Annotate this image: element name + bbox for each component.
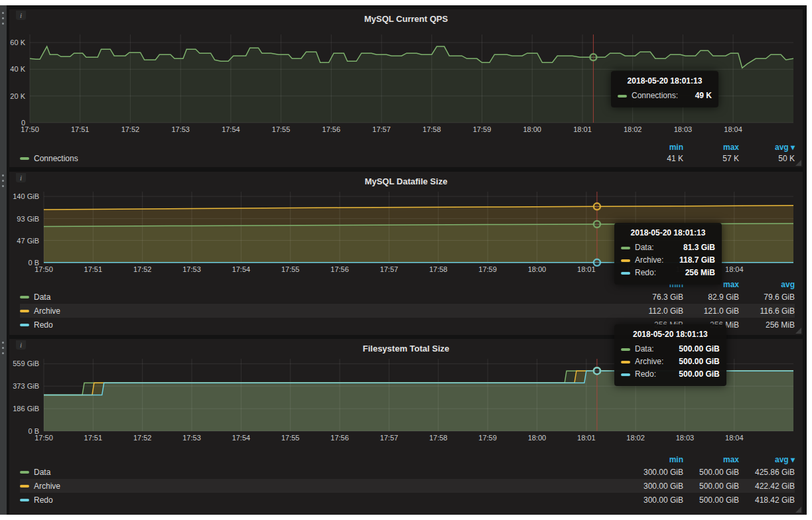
svg-text:18:01: 18:01 — [577, 434, 596, 442]
tooltip-series-name: Data: — [635, 241, 654, 254]
stat-min: 41 K — [628, 154, 683, 163]
legend-header-max[interactable]: max — [683, 455, 739, 464]
series-label: Archive — [34, 306, 60, 316]
svg-text:0 B: 0 B — [28, 427, 39, 435]
legend-header-max[interactable]: max — [683, 143, 739, 152]
page: i MySQL Current QPS 17:5017:5117:5217:53… — [0, 0, 812, 520]
legend-header-avg[interactable]: avg ▾ — [739, 143, 795, 152]
svg-text:17:56: 17:56 — [330, 434, 349, 442]
series-swatch-icon — [621, 348, 630, 351]
svg-text:18:02: 18:02 — [624, 125, 642, 133]
svg-text:17:54: 17:54 — [222, 125, 240, 133]
tooltip-series-name: Redo: — [635, 267, 656, 279]
svg-text:17:53: 17:53 — [182, 265, 201, 273]
svg-text:17:59: 17:59 — [478, 265, 497, 273]
tooltip-series-name: Archive: — [635, 254, 663, 267]
svg-text:17:52: 17:52 — [121, 125, 140, 133]
stat-max: 121.0 GiB — [683, 306, 739, 316]
tooltip-series-value: 49 K — [685, 90, 712, 102]
stat-max: 500.00 GiB — [683, 495, 739, 505]
series-swatch-icon — [20, 157, 29, 160]
legend-header-min[interactable]: min — [628, 143, 683, 152]
series-label: Data — [34, 292, 50, 302]
series-swatch-icon — [621, 361, 630, 363]
graph-tooltip: 2018-05-20 18:01:13 Data: 500.00 GiB Arc… — [614, 324, 726, 386]
legend-series-data[interactable]: Data — [20, 468, 50, 477]
legend-series-redo[interactable]: Redo — [20, 495, 53, 505]
legend-header-avg[interactable]: avg — [739, 280, 795, 289]
legend-series-redo[interactable]: Redo — [20, 320, 53, 330]
series-swatch-icon — [20, 324, 29, 326]
svg-text:17:59: 17:59 — [478, 434, 497, 442]
graph-legend: min max avg ▾ Connections 41 K 57 K 50 K — [20, 142, 795, 164]
series-label: Connections — [34, 154, 78, 163]
legend-series-data[interactable]: Data — [20, 292, 50, 302]
legend-row-archive: Archive 300.00 GiB 500.00 GiB 422.42 GiB — [20, 479, 795, 493]
legend-header-min[interactable]: min — [628, 455, 683, 464]
legend-row-data: Data 76.3 GiB 82.9 GiB 79.6 GiB — [20, 290, 795, 304]
series-swatch-icon — [20, 296, 29, 298]
tooltip-row: Archive: 118.7 GiB — [621, 254, 715, 267]
tooltip-row: Data: 500.00 GiB — [621, 343, 720, 356]
graph-tooltip: 2018-05-20 18:01:13 Data: 81.3 GiB Archi… — [614, 223, 722, 285]
graph-tooltip: 2018-05-20 18:01:13 Connections: 49 K — [611, 71, 718, 107]
svg-text:17:59: 17:59 — [473, 125, 492, 133]
legend-series-connections[interactable]: Connections — [20, 154, 78, 163]
svg-text:18:04: 18:04 — [724, 125, 742, 133]
svg-text:93 GiB: 93 GiB — [17, 215, 39, 223]
svg-text:0: 0 — [21, 119, 25, 127]
svg-text:17:52: 17:52 — [133, 434, 152, 442]
svg-text:17:51: 17:51 — [71, 125, 90, 133]
panel-resize-handle[interactable] — [795, 328, 801, 334]
svg-text:17:55: 17:55 — [272, 125, 291, 133]
stat-min: 112.0 GiB — [628, 306, 683, 316]
tooltip-series-value: 500.00 GiB — [668, 356, 719, 368]
tooltip-series-value: 500.00 GiB — [668, 368, 719, 381]
series-swatch-icon — [621, 272, 630, 275]
svg-text:17:55: 17:55 — [281, 265, 300, 273]
stat-min: 300.00 GiB — [628, 468, 683, 477]
series-label: Data — [34, 468, 50, 477]
panel-resize-handle[interactable] — [795, 160, 801, 166]
stat-max: 82.9 GiB — [683, 292, 739, 302]
tooltip-row: Connections: 49 K — [618, 90, 712, 102]
svg-text:17:57: 17:57 — [380, 434, 399, 442]
svg-text:18:00: 18:00 — [523, 125, 541, 133]
series-swatch-icon — [20, 310, 29, 312]
series-label: Redo — [34, 320, 53, 330]
series-swatch-icon — [621, 373, 630, 376]
tooltip-row: Data: 81.3 GiB — [621, 241, 715, 254]
series-swatch-icon — [618, 95, 627, 98]
row-drag-handle[interactable] — [2, 12, 4, 25]
svg-text:559 GiB: 559 GiB — [13, 359, 39, 367]
tooltip-series-name: Connections: — [632, 90, 678, 102]
series-swatch-icon — [621, 247, 630, 249]
svg-text:17:56: 17:56 — [322, 125, 341, 133]
stat-avg: 418.42 GiB — [739, 495, 795, 505]
tooltip-timestamp: 2018-05-20 18:01:13 — [618, 76, 712, 86]
svg-text:18:00: 18:00 — [528, 434, 547, 442]
svg-text:17:57: 17:57 — [380, 265, 399, 273]
stat-avg: 425.86 GiB — [739, 468, 795, 477]
panel-resize-handle[interactable] — [795, 507, 801, 513]
svg-text:17:56: 17:56 — [330, 265, 349, 273]
tooltip-series-name: Archive: — [635, 356, 663, 368]
legend-series-archive[interactable]: Archive — [20, 482, 60, 491]
svg-text:60 K: 60 K — [10, 38, 25, 46]
legend-series-archive[interactable]: Archive — [20, 306, 60, 316]
row-drag-handle[interactable] — [2, 174, 4, 187]
series-label: Archive — [34, 482, 60, 491]
stat-max: 500.00 GiB — [683, 482, 739, 491]
graph-legend: min max avg ▾ Data 300.00 GiB 500.00 GiB… — [20, 454, 795, 507]
tooltip-series-name: Data: — [635, 343, 654, 356]
svg-text:186 GiB: 186 GiB — [13, 405, 39, 413]
legend-header-avg[interactable]: avg ▾ — [739, 455, 795, 464]
series-swatch-icon — [20, 471, 29, 474]
legend-stat-headers: min max avg ▾ — [20, 454, 795, 465]
stat-avg: 50 K — [739, 154, 795, 163]
svg-text:18:03: 18:03 — [676, 434, 695, 442]
svg-text:18:01: 18:01 — [577, 265, 596, 273]
tooltip-series-value: 256 MiB — [675, 267, 715, 279]
row-drag-handle[interactable] — [2, 342, 4, 354]
series-label: Redo — [34, 495, 53, 505]
